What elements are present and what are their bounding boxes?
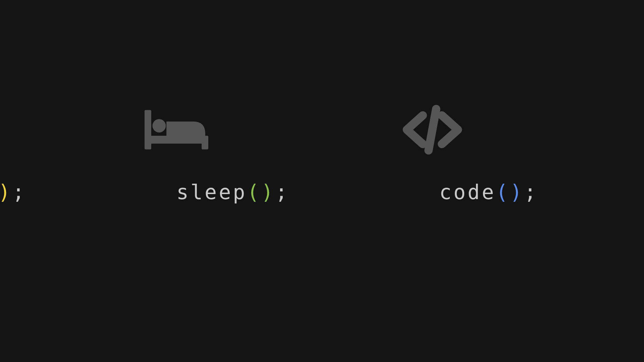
caption-sleep: sleep();	[63, 157, 289, 227]
word: sleep	[176, 180, 247, 204]
svg-line-10	[428, 109, 436, 150]
item-code: code();	[326, 95, 538, 227]
code-icon	[400, 95, 464, 155]
wallpaper: eat(); sleep();	[0, 0, 644, 362]
item-sleep: sleep();	[63, 95, 289, 227]
semicolon: ;	[524, 180, 538, 204]
svg-rect-8	[145, 136, 208, 144]
caption-code: code();	[326, 157, 538, 227]
paren-open: (	[496, 180, 510, 204]
semicolon: ;	[275, 180, 289, 204]
caption-eat: eat();	[0, 157, 26, 227]
svg-point-7	[152, 119, 166, 132]
function-row: eat(); sleep();	[0, 95, 644, 227]
semicolon: ;	[12, 180, 26, 204]
paren-close: )	[261, 180, 275, 204]
paren-open: (	[247, 180, 261, 204]
word: code	[439, 180, 496, 204]
item-eat: eat();	[0, 95, 26, 227]
item-repeat: repeat();	[575, 95, 644, 227]
bed-icon	[145, 95, 208, 155]
paren-close: )	[510, 180, 524, 204]
svg-rect-9	[202, 136, 208, 149]
paren-close: )	[0, 180, 12, 204]
caption-repeat: repeat();	[575, 157, 644, 227]
